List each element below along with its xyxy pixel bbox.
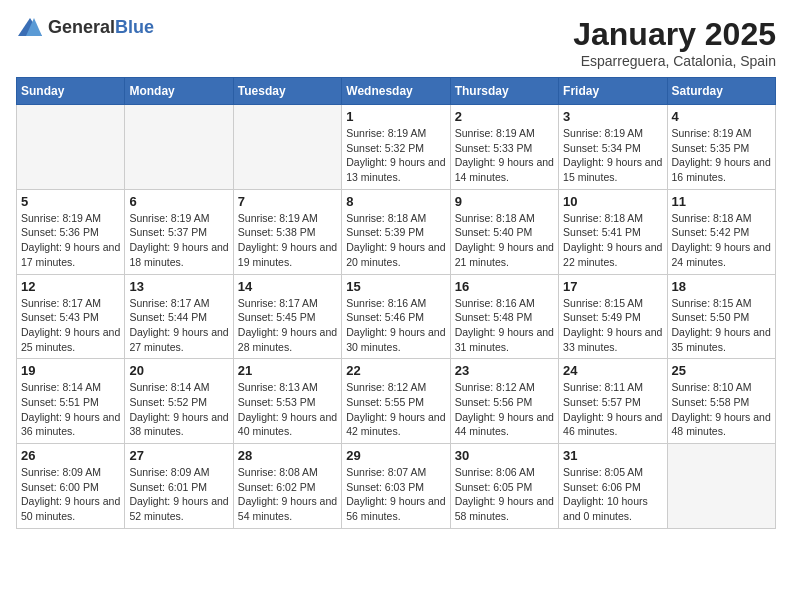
- calendar-cell: 1Sunrise: 8:19 AMSunset: 5:32 PMDaylight…: [342, 105, 450, 190]
- weekday-header-thursday: Thursday: [450, 78, 558, 105]
- day-number: 30: [455, 448, 554, 463]
- day-number: 22: [346, 363, 445, 378]
- calendar-cell: 14Sunrise: 8:17 AMSunset: 5:45 PMDayligh…: [233, 274, 341, 359]
- day-info: Sunrise: 8:15 AMSunset: 5:49 PMDaylight:…: [563, 296, 662, 355]
- calendar-cell: 27Sunrise: 8:09 AMSunset: 6:01 PMDayligh…: [125, 444, 233, 529]
- weekday-header-sunday: Sunday: [17, 78, 125, 105]
- calendar-cell: 21Sunrise: 8:13 AMSunset: 5:53 PMDayligh…: [233, 359, 341, 444]
- day-number: 21: [238, 363, 337, 378]
- calendar-week-row: 1Sunrise: 8:19 AMSunset: 5:32 PMDaylight…: [17, 105, 776, 190]
- day-info: Sunrise: 8:14 AMSunset: 5:51 PMDaylight:…: [21, 380, 120, 439]
- day-number: 5: [21, 194, 120, 209]
- calendar-cell: 20Sunrise: 8:14 AMSunset: 5:52 PMDayligh…: [125, 359, 233, 444]
- day-info: Sunrise: 8:19 AMSunset: 5:37 PMDaylight:…: [129, 211, 228, 270]
- day-number: 6: [129, 194, 228, 209]
- day-number: 11: [672, 194, 771, 209]
- day-info: Sunrise: 8:19 AMSunset: 5:36 PMDaylight:…: [21, 211, 120, 270]
- day-number: 18: [672, 279, 771, 294]
- logo-icon: [16, 16, 44, 38]
- day-info: Sunrise: 8:05 AMSunset: 6:06 PMDaylight:…: [563, 465, 662, 524]
- calendar-cell: 11Sunrise: 8:18 AMSunset: 5:42 PMDayligh…: [667, 189, 775, 274]
- day-info: Sunrise: 8:12 AMSunset: 5:56 PMDaylight:…: [455, 380, 554, 439]
- calendar-cell: 25Sunrise: 8:10 AMSunset: 5:58 PMDayligh…: [667, 359, 775, 444]
- day-number: 26: [21, 448, 120, 463]
- calendar-cell: 24Sunrise: 8:11 AMSunset: 5:57 PMDayligh…: [559, 359, 667, 444]
- calendar-cell: [125, 105, 233, 190]
- day-info: Sunrise: 8:18 AMSunset: 5:40 PMDaylight:…: [455, 211, 554, 270]
- day-number: 12: [21, 279, 120, 294]
- calendar-cell: 18Sunrise: 8:15 AMSunset: 5:50 PMDayligh…: [667, 274, 775, 359]
- weekday-header-friday: Friday: [559, 78, 667, 105]
- page-header: GeneralBlue January 2025 Esparreguera, C…: [16, 16, 776, 69]
- day-number: 10: [563, 194, 662, 209]
- calendar-cell: [667, 444, 775, 529]
- day-info: Sunrise: 8:19 AMSunset: 5:35 PMDaylight:…: [672, 126, 771, 185]
- day-number: 17: [563, 279, 662, 294]
- calendar-cell: 26Sunrise: 8:09 AMSunset: 6:00 PMDayligh…: [17, 444, 125, 529]
- calendar-cell: 7Sunrise: 8:19 AMSunset: 5:38 PMDaylight…: [233, 189, 341, 274]
- day-number: 2: [455, 109, 554, 124]
- calendar-cell: 17Sunrise: 8:15 AMSunset: 5:49 PMDayligh…: [559, 274, 667, 359]
- day-info: Sunrise: 8:14 AMSunset: 5:52 PMDaylight:…: [129, 380, 228, 439]
- weekday-header-tuesday: Tuesday: [233, 78, 341, 105]
- day-info: Sunrise: 8:17 AMSunset: 5:45 PMDaylight:…: [238, 296, 337, 355]
- day-info: Sunrise: 8:18 AMSunset: 5:39 PMDaylight:…: [346, 211, 445, 270]
- calendar-cell: 6Sunrise: 8:19 AMSunset: 5:37 PMDaylight…: [125, 189, 233, 274]
- weekday-header-monday: Monday: [125, 78, 233, 105]
- day-info: Sunrise: 8:13 AMSunset: 5:53 PMDaylight:…: [238, 380, 337, 439]
- calendar-cell: 19Sunrise: 8:14 AMSunset: 5:51 PMDayligh…: [17, 359, 125, 444]
- calendar-week-row: 19Sunrise: 8:14 AMSunset: 5:51 PMDayligh…: [17, 359, 776, 444]
- calendar-cell: 8Sunrise: 8:18 AMSunset: 5:39 PMDaylight…: [342, 189, 450, 274]
- calendar-cell: 13Sunrise: 8:17 AMSunset: 5:44 PMDayligh…: [125, 274, 233, 359]
- day-number: 13: [129, 279, 228, 294]
- calendar-week-row: 5Sunrise: 8:19 AMSunset: 5:36 PMDaylight…: [17, 189, 776, 274]
- logo-text: GeneralBlue: [48, 17, 154, 38]
- main-title: January 2025: [573, 16, 776, 53]
- calendar-cell: 29Sunrise: 8:07 AMSunset: 6:03 PMDayligh…: [342, 444, 450, 529]
- day-number: 4: [672, 109, 771, 124]
- day-number: 16: [455, 279, 554, 294]
- calendar-cell: 28Sunrise: 8:08 AMSunset: 6:02 PMDayligh…: [233, 444, 341, 529]
- day-number: 20: [129, 363, 228, 378]
- day-info: Sunrise: 8:11 AMSunset: 5:57 PMDaylight:…: [563, 380, 662, 439]
- day-info: Sunrise: 8:06 AMSunset: 6:05 PMDaylight:…: [455, 465, 554, 524]
- day-info: Sunrise: 8:19 AMSunset: 5:33 PMDaylight:…: [455, 126, 554, 185]
- day-info: Sunrise: 8:09 AMSunset: 6:00 PMDaylight:…: [21, 465, 120, 524]
- day-info: Sunrise: 8:16 AMSunset: 5:48 PMDaylight:…: [455, 296, 554, 355]
- calendar-cell: [233, 105, 341, 190]
- day-number: 27: [129, 448, 228, 463]
- calendar-week-row: 12Sunrise: 8:17 AMSunset: 5:43 PMDayligh…: [17, 274, 776, 359]
- day-number: 25: [672, 363, 771, 378]
- day-number: 19: [21, 363, 120, 378]
- day-info: Sunrise: 8:19 AMSunset: 5:32 PMDaylight:…: [346, 126, 445, 185]
- day-info: Sunrise: 8:09 AMSunset: 6:01 PMDaylight:…: [129, 465, 228, 524]
- calendar-cell: 9Sunrise: 8:18 AMSunset: 5:40 PMDaylight…: [450, 189, 558, 274]
- day-number: 29: [346, 448, 445, 463]
- day-info: Sunrise: 8:16 AMSunset: 5:46 PMDaylight:…: [346, 296, 445, 355]
- subtitle: Esparreguera, Catalonia, Spain: [573, 53, 776, 69]
- calendar-cell: [17, 105, 125, 190]
- day-info: Sunrise: 8:15 AMSunset: 5:50 PMDaylight:…: [672, 296, 771, 355]
- day-number: 24: [563, 363, 662, 378]
- calendar-cell: 16Sunrise: 8:16 AMSunset: 5:48 PMDayligh…: [450, 274, 558, 359]
- calendar-cell: 10Sunrise: 8:18 AMSunset: 5:41 PMDayligh…: [559, 189, 667, 274]
- day-info: Sunrise: 8:18 AMSunset: 5:42 PMDaylight:…: [672, 211, 771, 270]
- calendar-week-row: 26Sunrise: 8:09 AMSunset: 6:00 PMDayligh…: [17, 444, 776, 529]
- day-info: Sunrise: 8:12 AMSunset: 5:55 PMDaylight:…: [346, 380, 445, 439]
- day-number: 31: [563, 448, 662, 463]
- day-number: 8: [346, 194, 445, 209]
- weekday-header-wednesday: Wednesday: [342, 78, 450, 105]
- day-info: Sunrise: 8:17 AMSunset: 5:44 PMDaylight:…: [129, 296, 228, 355]
- calendar-cell: 2Sunrise: 8:19 AMSunset: 5:33 PMDaylight…: [450, 105, 558, 190]
- day-number: 1: [346, 109, 445, 124]
- calendar-cell: 15Sunrise: 8:16 AMSunset: 5:46 PMDayligh…: [342, 274, 450, 359]
- day-number: 15: [346, 279, 445, 294]
- day-info: Sunrise: 8:17 AMSunset: 5:43 PMDaylight:…: [21, 296, 120, 355]
- day-info: Sunrise: 8:19 AMSunset: 5:34 PMDaylight:…: [563, 126, 662, 185]
- day-number: 28: [238, 448, 337, 463]
- day-number: 9: [455, 194, 554, 209]
- calendar-cell: 5Sunrise: 8:19 AMSunset: 5:36 PMDaylight…: [17, 189, 125, 274]
- day-number: 3: [563, 109, 662, 124]
- day-number: 23: [455, 363, 554, 378]
- day-number: 7: [238, 194, 337, 209]
